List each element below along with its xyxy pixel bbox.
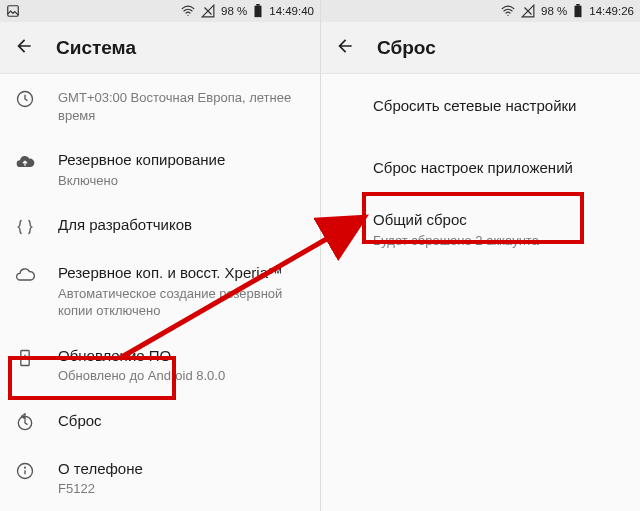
back-icon[interactable] [14,36,34,60]
row-developer[interactable]: Для разработчиков [0,202,320,250]
row-sub: GMT+03:00 Восточная Европа, летнее время [58,89,304,124]
row-title: Общий сброс [373,210,624,230]
row-title: Обновление ПО [58,346,304,366]
svg-rect-10 [575,6,582,17]
row-sub: Обновлено до Android 8.0.0 [58,367,304,385]
wifi-icon [501,4,515,18]
row-title: Сброс настроек приложений [373,158,624,178]
battery-icon [253,4,263,18]
row-reset-apps[interactable]: Сброс настроек приложений [321,138,640,198]
cloud-upload-icon [14,150,36,172]
row-sw-update[interactable]: Обновление ПО Обновлено до Android 8.0.0 [0,333,320,398]
row-xperia-backup[interactable]: Резервное коп. и восст. Xperia™ Автомати… [0,250,320,333]
row-factory-reset[interactable]: Общий сброс Будет сброшено 2 аккаунта [321,197,640,262]
braces-icon [14,215,36,237]
row-title: Резервное копирование [58,150,304,170]
page-title: Система [56,37,136,59]
restore-icon [14,411,36,433]
clock-icon [14,87,36,109]
row-about[interactable]: О телефоне F5122 [0,446,320,511]
back-icon[interactable] [335,36,355,60]
svg-point-8 [25,467,26,468]
status-bar: 98 % 14:49:26 [321,0,640,22]
cloud-icon [14,263,36,285]
wifi-icon [181,4,195,18]
row-timezone[interactable]: GMT+03:00 Восточная Европа, летнее время [0,74,320,137]
row-title: Резервное коп. и восст. Xperia™ [58,263,304,283]
row-reset[interactable]: Сброс [0,398,320,446]
download-icon [14,346,36,368]
clock: 14:49:26 [589,5,634,17]
row-title: Сброс [58,411,304,431]
row-backup[interactable]: Резервное копирование Включено [0,137,320,202]
settings-list: Сбросить сетевые настройки Сброс настрое… [321,74,640,511]
info-icon [14,459,36,481]
battery-pct: 98 % [541,5,567,17]
status-bar: 98 % 14:49:40 [0,0,320,22]
row-title: О телефоне [58,459,304,479]
signal-icon [521,4,535,18]
row-sub: Включено [58,172,304,190]
row-sub: F5122 [58,480,304,498]
phone-right: 98 % 14:49:26 Сброс Сбросить сетевые нас… [320,0,640,511]
row-title: Для разработчиков [58,215,304,235]
row-sub: Будет сброшено 2 аккаунта [373,232,624,250]
battery-pct: 98 % [221,5,247,17]
row-title: Сбросить сетевые настройки [373,96,624,116]
signal-icon [201,4,215,18]
page-title: Сброс [377,37,436,59]
image-icon [6,4,20,18]
svg-rect-0 [8,6,19,17]
battery-icon [573,4,583,18]
row-reset-network[interactable]: Сбросить сетевые настройки [321,74,640,138]
clock: 14:49:40 [269,5,314,17]
svg-rect-3 [256,4,260,6]
toolbar: Система [0,22,320,74]
row-sub: Автоматическое создание резервной копии … [58,285,304,320]
svg-rect-11 [576,4,580,6]
phone-left: 98 % 14:49:40 Система GMT+03:00 Восточна… [0,0,320,511]
toolbar: Сброс [321,22,640,74]
svg-rect-2 [255,6,262,17]
settings-list: GMT+03:00 Восточная Европа, летнее время… [0,74,320,511]
